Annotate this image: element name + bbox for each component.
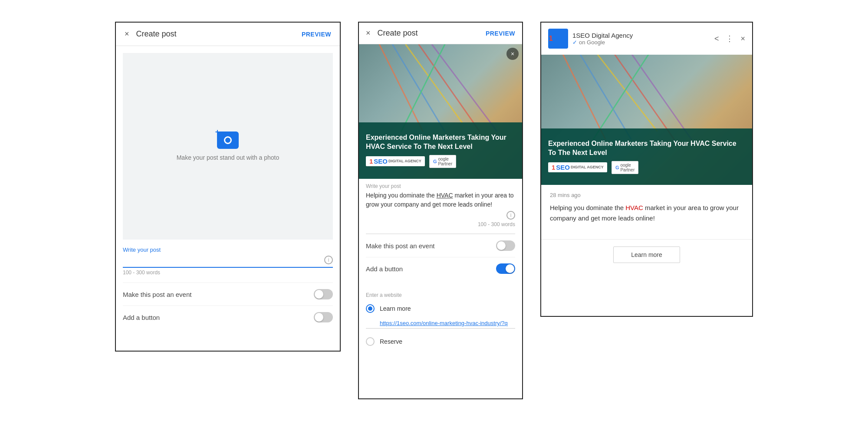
panel2-preview-button[interactable]: PREVIEW (486, 30, 515, 37)
hvac-logos: 1SEODIGITAL AGENCY G ooglePartner (366, 155, 515, 168)
add-button-row: Add a button (123, 306, 333, 329)
panel2-add-button-toggle-thumb (506, 264, 514, 273)
panel3-1seo-logo: 1SEODIGITAL AGENCY (548, 162, 607, 172)
make-event-label: Make this post an event (123, 291, 191, 298)
google-g: G (433, 159, 437, 164)
panel-create-post-empty: × Create post PREVIEW + Make your post s… (115, 22, 341, 352)
post-info-row: i (366, 211, 515, 220)
panel2-make-event-row: Make this post an event (366, 234, 515, 257)
share-icon[interactable]: < (714, 34, 719, 43)
panel2-post-text: Helping you dominate the HVAC market in … (366, 191, 515, 209)
learn-more-radio-row: Learn more (366, 301, 515, 316)
hvac-underline-text: HVAC (437, 192, 453, 199)
reserve-radio-label: Reserve (380, 338, 402, 345)
google-partner-logo: G ooglePartner (429, 155, 456, 168)
add-button-toggle[interactable] (314, 312, 333, 322)
post-text-before: Helping you dominate the (366, 192, 437, 199)
panel2-make-event-toggle-thumb (497, 241, 506, 250)
add-button-toggle-thumb (315, 313, 323, 322)
panel2-add-button-toggle[interactable] (496, 263, 515, 274)
panel2-title: Create post (378, 29, 418, 38)
learn-more-button[interactable]: Learn more (613, 247, 680, 263)
write-post-label: Write your post (123, 247, 333, 253)
learn-more-radio[interactable] (366, 304, 375, 313)
panel3-close-icon[interactable]: × (740, 34, 745, 43)
panel1-title: Create post (136, 30, 177, 39)
more-options-icon[interactable]: ⋮ (726, 34, 733, 43)
panel-create-post-filled: × Create post PREVIEW × Experienced Onli… (358, 22, 523, 399)
panel2-add-button-label: Add a button (366, 265, 403, 273)
svg-line-4 (432, 44, 497, 132)
panel2-form: Make this post an event Add a button (359, 234, 522, 287)
svg-line-0 (379, 44, 423, 132)
wires-svg (359, 44, 522, 132)
panel2-make-event-label: Make this post an event (366, 242, 434, 250)
reserve-radio-row: Reserve (366, 334, 515, 349)
learn-more-btn-row: Learn more (541, 240, 752, 270)
url-input[interactable] (366, 318, 515, 329)
panel3-post-body: 28 mins ago Helping you dominate the HVA… (541, 185, 752, 239)
post-timestamp: 28 mins ago (550, 192, 743, 198)
camera-icon (217, 132, 239, 149)
camera-icon-wrapper: + (217, 132, 239, 149)
partner-text: ooglePartner (438, 157, 452, 166)
make-event-toggle[interactable] (314, 289, 333, 299)
svg-line-11 (593, 55, 649, 139)
post-text-input-row: i (123, 255, 333, 268)
svg-line-3 (419, 44, 480, 132)
panel1-form: Write your post i 100 - 300 words Make t… (116, 247, 340, 335)
word-count-label: 100 - 300 words (123, 270, 333, 276)
post-card-header: 1SEO 1SEO Digital Agency ✓ on Google < ⋮… (541, 23, 752, 55)
reserve-radio[interactable] (366, 337, 375, 346)
panel1-header-left: × Create post (125, 30, 177, 39)
panel2-info-icon[interactable]: i (506, 211, 515, 220)
write-post-hint: Write your post (366, 183, 515, 189)
add-button-label: Add a button (123, 314, 160, 321)
brand-logo: 1SEO (548, 29, 568, 49)
hvac-headline: Experienced Online Marketers Taking Your… (366, 133, 515, 151)
panel3-hvac-logos: 1SEODIGITAL AGENCY G ooglePartner (548, 161, 745, 174)
make-event-row: Make this post an event (123, 283, 333, 306)
panel3-post-image: Experienced Online Marketers Taking Your… (541, 55, 752, 185)
svg-line-2 (405, 44, 462, 123)
panel2-image-close-icon[interactable]: × (506, 48, 519, 60)
panel1-preview-button[interactable]: PREVIEW (302, 31, 331, 38)
brand-info: 1SEO Digital Agency ✓ on Google (572, 32, 710, 46)
panel3-google-g: G (615, 165, 619, 170)
panel3-wires-svg (541, 55, 752, 139)
svg-line-6 (563, 55, 606, 139)
hvac-overlay: Experienced Online Marketers Taking Your… (359, 122, 522, 179)
enter-website-hint: Enter a website (366, 292, 515, 298)
panel2-close-icon[interactable]: × (366, 29, 371, 38)
post-text-input[interactable] (123, 255, 321, 265)
panel2-post-body: Write your post Helping you dominate the… (359, 179, 522, 233)
panel1-header: × Create post PREVIEW (116, 23, 340, 46)
panel2-button-section: Enter a website Learn more Reserve (359, 287, 522, 355)
panel2-make-event-toggle[interactable] (496, 240, 515, 251)
panel3-hvac-headline: Experienced Online Marketers Taking Your… (548, 139, 745, 158)
hvac-image: Experienced Online Marketers Taking Your… (359, 44, 522, 179)
panel1-photo-area[interactable]: + Make your post stand out with a photo (123, 53, 333, 240)
brand-name: 1SEO Digital Agency (572, 32, 710, 39)
camera-lens (224, 136, 232, 144)
panel2-header: × Create post PREVIEW (359, 23, 522, 44)
panel2-image-container: × Experienced Online Marketers Taking Yo… (359, 44, 522, 179)
panel3-google-partner-logo: G ooglePartner (612, 161, 638, 174)
panel2-add-button-row: Add a button (366, 257, 515, 280)
panel1-close-icon[interactable]: × (125, 30, 129, 39)
info-icon[interactable]: i (324, 256, 333, 264)
panel2-word-limit: 100 - 300 words (366, 220, 515, 231)
1seo-logo: 1SEODIGITAL AGENCY (366, 156, 425, 166)
post-desc-hvac: HVAC (625, 204, 643, 211)
panel3-hvac-overlay: Experienced Online Marketers Taking Your… (541, 128, 752, 185)
post-desc-before: Helping you dominate the (550, 204, 625, 211)
brand-sub-text: on Google (579, 39, 605, 46)
learn-more-radio-label: Learn more (380, 305, 411, 312)
verified-icon: ✓ (572, 39, 577, 46)
photo-placeholder-text: Make your post stand out with a photo (177, 154, 279, 161)
svg-line-5 (401, 44, 445, 132)
panel2-header-left: × Create post (366, 29, 418, 38)
learn-more-radio-inner (368, 306, 372, 311)
make-event-toggle-thumb (315, 290, 323, 299)
brand-sub: ✓ on Google (572, 39, 710, 46)
